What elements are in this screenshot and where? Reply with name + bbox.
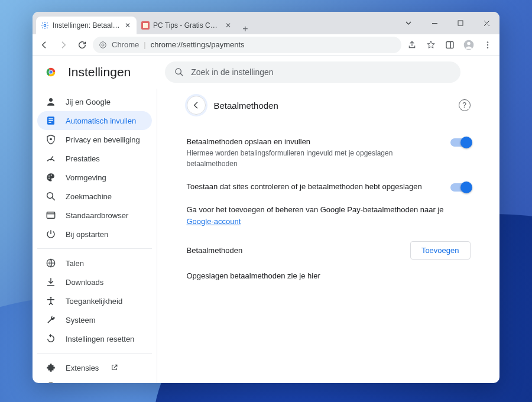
sidebar-item-shield[interactable]: Privacy en beveiliging: [37, 130, 152, 149]
sidebar-item-label: Automatisch invullen: [66, 116, 136, 125]
svg-point-0: [44, 24, 46, 27]
payment-section-header: Betaalmethoden Toevoegen: [187, 233, 471, 268]
setting-save-fill: Betaalmethoden opslaan en invullen Hierm…: [187, 130, 471, 175]
sidebar-item-search[interactable]: Zoekmachine: [37, 187, 152, 206]
settings-app: Instellingen Zoek in de instellingen Jij…: [33, 56, 499, 383]
maximize-button[interactable]: [447, 12, 473, 34]
sidebar-item-label: Instellingen resetten: [66, 335, 134, 343]
wrench-icon: [46, 315, 56, 325]
svg-point-17: [49, 98, 53, 102]
speed-icon: [46, 153, 56, 164]
back-button[interactable]: [187, 96, 206, 115]
sidebar-item-label: Systeem: [66, 316, 96, 325]
browser-icon: [46, 210, 56, 221]
site-icon: [141, 21, 150, 30]
new-tab-button[interactable]: +: [237, 24, 254, 34]
url-text: chrome://settings/payments: [151, 40, 245, 49]
chrome-logo-icon: [44, 66, 57, 79]
help-icon[interactable]: ?: [459, 99, 471, 111]
setting-subtitle: Hiermee worden betalingsformulieren inge…: [187, 148, 441, 169]
sidebar-item-autofill[interactable]: Automatisch invullen: [37, 111, 152, 130]
reload-button[interactable]: [74, 37, 90, 53]
address-bar[interactable]: Chrome | chrome://settings/payments: [93, 37, 401, 53]
sidebar-item-label: Standaardbrowser: [66, 211, 128, 220]
app-header: Instellingen Zoek in de instellingen: [33, 56, 499, 89]
sidebar-item-reset[interactable]: Instellingen resetten: [37, 329, 152, 348]
close-icon[interactable]: ✕: [124, 21, 132, 30]
sidebar-item-palette[interactable]: Vormgeving: [37, 168, 152, 187]
tab-pctips[interactable]: PC Tips - Gratis Computer Tips, h ✕: [137, 17, 237, 34]
sidebar-item-power[interactable]: Bij opstarten: [37, 225, 152, 244]
page-title: Betaalmethoden: [214, 100, 450, 111]
sidebar-item-label: Vormgeving: [66, 173, 106, 182]
setting-site-check: Toestaan dat sites controleren of je bet…: [187, 175, 471, 199]
svg-point-23: [50, 159, 51, 160]
svg-point-26: [48, 178, 50, 179]
sidebar-item-speed[interactable]: Prestaties: [37, 149, 152, 168]
google-account-link[interactable]: Google-account: [187, 217, 241, 226]
svg-point-25: [51, 174, 52, 176]
page-header: Betaalmethoden ?: [187, 96, 471, 115]
sidebar-item-label: Toegankelijkheid: [66, 297, 122, 306]
close-icon[interactable]: ✕: [224, 21, 232, 30]
svg-point-22: [50, 138, 52, 140]
svg-rect-6: [446, 41, 453, 48]
window-controls: [395, 12, 499, 34]
svg-point-12: [487, 47, 488, 48]
sidebar-item-wrench[interactable]: Systeem: [37, 310, 152, 329]
autofill-icon: [46, 115, 56, 126]
search-icon: [46, 191, 56, 202]
add-button[interactable]: Toevoegen: [410, 241, 471, 260]
sidebar-item-browser[interactable]: Standaardbrowser: [37, 206, 152, 225]
forward-button[interactable]: [55, 37, 72, 53]
empty-state-text: Opgeslagen betaalmethoden zie je hier: [187, 268, 471, 292]
search-placeholder: Zoek in de instellingen: [191, 67, 273, 77]
sidebar-item-globe[interactable]: Talen: [37, 254, 152, 273]
settings-search[interactable]: Zoek in de instellingen: [165, 61, 460, 83]
main-panel: Betaalmethoden ? Betaalmethoden opslaan …: [157, 89, 499, 383]
sidebar-item-accessibility[interactable]: Toegankelijkheid: [37, 291, 152, 310]
tab-strip: Instellingen: Betaalmethoden ✕ PC Tips -…: [33, 12, 395, 34]
sidebar-item-person[interactable]: Jij en Google: [37, 92, 152, 111]
sidebar-item-label: Jij en Google: [66, 98, 111, 106]
minimize-button[interactable]: [421, 12, 447, 34]
svg-rect-3: [458, 21, 463, 25]
chrome-internal-icon: [99, 41, 107, 49]
sidebar: Jij en GoogleAutomatisch invullenPrivacy…: [33, 89, 157, 383]
sidebar-item-label: Bij opstarten: [66, 230, 108, 239]
side-panel-icon[interactable]: [442, 37, 458, 53]
toggle-save-fill[interactable]: [450, 138, 471, 147]
svg-point-30: [50, 297, 52, 299]
gpay-note: Ga voor het toevoegen of beheren van Goo…: [187, 198, 471, 233]
close-button[interactable]: [473, 12, 499, 34]
svg-rect-28: [47, 212, 55, 219]
svg-point-16: [176, 69, 181, 74]
sidebar-item-download[interactable]: Downloads: [37, 273, 152, 291]
sidebar-item-chrome[interactable]: Over Chrome: [37, 377, 152, 383]
sidebar-item-extension[interactable]: Extensies: [37, 358, 152, 377]
tab-settings[interactable]: Instellingen: Betaalmethoden ✕: [36, 17, 137, 34]
divider: [37, 248, 152, 249]
toggle-site-check[interactable]: [450, 183, 471, 192]
palette-icon: [46, 172, 56, 183]
gear-icon: [41, 21, 49, 30]
svg-point-27: [47, 193, 53, 199]
bookmark-icon[interactable]: [423, 37, 439, 53]
reset-icon: [46, 333, 56, 344]
profile-icon[interactable]: [460, 37, 477, 53]
chevron-down-icon[interactable]: [395, 12, 421, 34]
back-button[interactable]: [36, 37, 53, 53]
search-icon: [174, 67, 184, 77]
tab-title: Instellingen: Betaalmethoden: [53, 21, 120, 30]
setting-title: Toestaan dat sites controleren of je bet…: [187, 181, 441, 193]
power-icon: [46, 229, 56, 239]
titlebar: Instellingen: Betaalmethoden ✕ PC Tips -…: [33, 12, 499, 34]
sidebar-item-label: Downloads: [66, 278, 103, 287]
share-icon[interactable]: [404, 37, 420, 53]
tab-title: PC Tips - Gratis Computer Tips, h: [153, 21, 220, 30]
menu-icon[interactable]: [479, 37, 496, 53]
svg-point-11: [487, 44, 488, 45]
sidebar-item-label: Zoekmachine: [66, 192, 112, 201]
svg-rect-2: [143, 23, 148, 28]
svg-point-5: [102, 43, 104, 46]
